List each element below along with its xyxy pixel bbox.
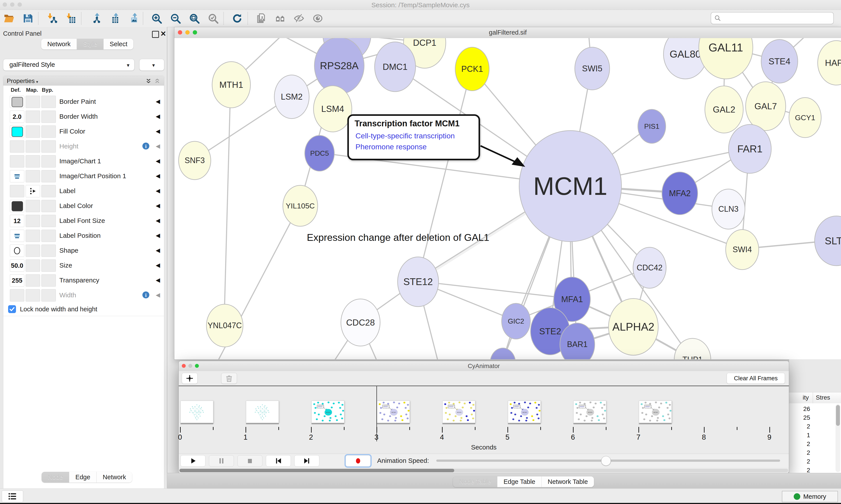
cyanimator-titlebar[interactable]: CyAnimator	[179, 361, 789, 371]
table-vertical-scrollbar[interactable]	[836, 404, 840, 472]
new-network-from-selection-icon[interactable]	[256, 13, 267, 24]
mapping-cell[interactable]	[25, 170, 40, 182]
collapse-arrow-icon[interactable]: ◀	[156, 292, 160, 299]
search-input[interactable]	[723, 13, 829, 22]
timeline-playhead[interactable]	[376, 386, 377, 442]
collapse-arrow-icon[interactable]: ◀	[156, 98, 160, 105]
first-neighbors-icon[interactable]	[275, 13, 286, 24]
default-value-cell[interactable]: 255	[10, 274, 24, 287]
bypass-cell[interactable]	[41, 170, 56, 182]
bypass-cell[interactable]	[41, 289, 56, 302]
collapse-arrow-icon[interactable]: ◀	[156, 143, 160, 149]
mapping-cell[interactable]	[25, 155, 40, 167]
default-value-cell[interactable]	[10, 185, 24, 197]
property-row[interactable]: 12Label Font Size◀	[3, 214, 164, 229]
property-row[interactable]: Label◀	[3, 184, 164, 199]
mapping-cell[interactable]	[25, 230, 40, 242]
table-tab-node-table[interactable]: Node Table	[453, 476, 497, 487]
property-row[interactable]: Label Position◀	[3, 228, 164, 244]
mapping-cell[interactable]	[25, 185, 40, 197]
zoom-fit-icon[interactable]	[189, 13, 200, 24]
property-row[interactable]: Image/Chart Position 1◀	[3, 169, 164, 184]
frame-thumbnail-3[interactable]: MCM1	[377, 401, 410, 423]
collapse-arrow-icon[interactable]: ◀	[156, 277, 160, 284]
bypass-cell[interactable]	[41, 215, 56, 227]
mapping-cell[interactable]	[25, 215, 40, 227]
frame-thumbnail-6[interactable]: MCM1	[573, 401, 606, 423]
default-value-cell[interactable]	[10, 170, 24, 182]
skip-to-end-button[interactable]	[294, 455, 319, 467]
task-history-button[interactable]	[2, 490, 23, 502]
collapse-arrow-icon[interactable]: ◀	[156, 173, 160, 179]
panel-tab-edge[interactable]: Edge	[69, 472, 96, 483]
collapse-arrow-icon[interactable]: ◀	[156, 187, 160, 194]
animation-speed-slider[interactable]	[436, 460, 780, 462]
bypass-cell[interactable]	[41, 125, 56, 138]
zoom-out-icon[interactable]	[170, 13, 181, 24]
mapping-cell[interactable]	[25, 96, 40, 108]
frame-thumbnail-2[interactable]: MCM1	[311, 401, 344, 423]
open-session-icon[interactable]	[3, 13, 15, 24]
bypass-cell[interactable]	[41, 185, 56, 197]
tab-style[interactable]: Style	[77, 39, 103, 50]
frame-thumbnail-1[interactable]	[246, 401, 279, 423]
collapse-arrow-icon[interactable]: ◀	[156, 128, 160, 134]
save-session-icon[interactable]	[22, 13, 33, 24]
search-field[interactable]	[711, 12, 834, 24]
property-row[interactable]: 255Transparency◀	[3, 273, 164, 288]
property-row[interactable]: Border Paint◀	[3, 94, 164, 109]
info-icon[interactable]: i	[142, 291, 150, 299]
expand-all-icon[interactable]	[145, 78, 152, 84]
show-all-icon[interactable]	[312, 13, 323, 24]
collapse-arrow-icon[interactable]: ◀	[156, 232, 160, 239]
collapse-arrow-icon[interactable]: ◀	[156, 217, 160, 224]
bypass-cell[interactable]	[41, 230, 56, 242]
style-selector[interactable]: galFiltered Style ▾	[3, 59, 135, 71]
export-table-icon[interactable]	[108, 13, 119, 24]
default-value-cell[interactable]	[10, 230, 24, 242]
default-value-cell[interactable]	[10, 200, 24, 212]
panel-tab-node[interactable]: Node	[42, 472, 69, 483]
mapping-cell[interactable]	[25, 245, 40, 257]
bypass-cell[interactable]	[41, 140, 56, 152]
mapping-cell[interactable]	[25, 259, 40, 272]
panel-tab-network[interactable]: Network	[96, 472, 132, 483]
mapping-cell[interactable]	[25, 111, 40, 123]
delete-frame-button[interactable]	[221, 373, 237, 384]
tab-network[interactable]: Network	[41, 39, 77, 50]
default-value-cell[interactable]	[10, 289, 24, 302]
default-value-cell[interactable]: 2.0	[10, 111, 24, 123]
bypass-cell[interactable]	[41, 96, 56, 108]
float-panel-icon[interactable]	[152, 31, 159, 38]
property-row[interactable]: Widthi◀	[3, 288, 164, 303]
cyanimator-timeline[interactable]: Seconds 0123456789MCM1MCM1MCM1MCM1MCM1MC…	[179, 386, 789, 454]
frame-thumbnail-7[interactable]: MCM1	[639, 401, 672, 423]
property-row[interactable]: Fill Color◀	[3, 124, 164, 139]
import-table-icon[interactable]	[65, 13, 76, 24]
property-row[interactable]: Shape◀	[3, 243, 164, 258]
tab-select[interactable]: Select	[104, 39, 133, 50]
info-icon[interactable]: i	[142, 142, 150, 150]
default-value-cell[interactable]: 50.0	[10, 259, 24, 272]
frame-thumbnail-0[interactable]	[180, 401, 213, 423]
hide-selected-icon[interactable]	[293, 13, 304, 24]
skip-to-start-button[interactable]	[266, 455, 291, 467]
refresh-icon[interactable]	[232, 13, 243, 24]
property-row[interactable]: Image/Chart 1◀	[3, 154, 164, 169]
mapping-cell[interactable]	[25, 274, 40, 287]
slider-handle[interactable]	[601, 456, 611, 466]
play-button[interactable]	[180, 455, 205, 467]
collapse-arrow-icon[interactable]: ◀	[156, 202, 160, 209]
default-value-cell[interactable]	[10, 155, 24, 167]
property-row[interactable]: Heighti◀	[3, 139, 164, 154]
property-row[interactable]: 50.0Size◀	[3, 258, 164, 273]
export-network-icon[interactable]	[89, 13, 100, 24]
bypass-cell[interactable]	[41, 200, 56, 212]
pause-button[interactable]	[209, 455, 234, 467]
default-value-cell[interactable]	[10, 96, 24, 108]
frame-thumbnail-4[interactable]: MCM1	[442, 401, 475, 423]
add-frame-button[interactable]	[182, 373, 198, 384]
property-row[interactable]: Label Color◀	[3, 199, 164, 214]
bypass-cell[interactable]	[41, 245, 56, 257]
collapse-all-icon[interactable]	[154, 78, 161, 84]
